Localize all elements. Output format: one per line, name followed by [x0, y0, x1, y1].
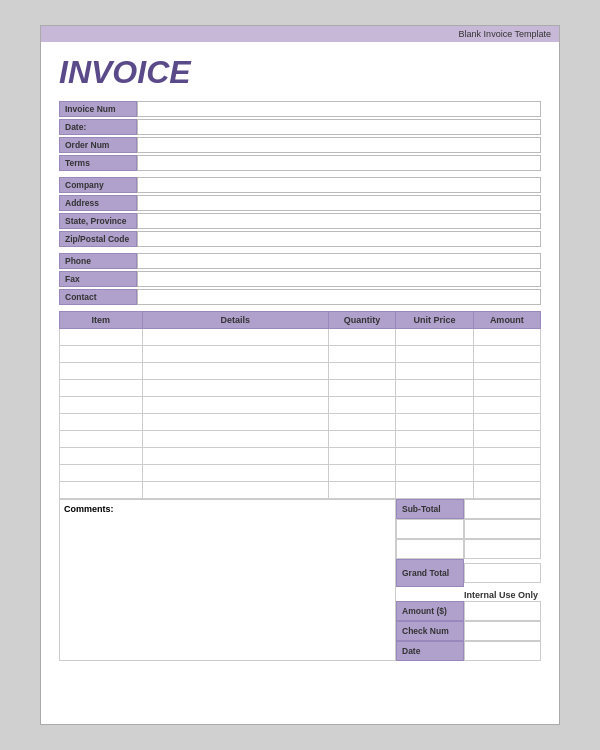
totals-blank-value-2[interactable] — [464, 539, 541, 559]
table-cell[interactable] — [142, 465, 328, 482]
totals-blank-label-1 — [396, 519, 464, 539]
table-cell[interactable] — [473, 448, 540, 465]
table-cell[interactable] — [328, 431, 395, 448]
table-cell[interactable] — [473, 397, 540, 414]
contact-input[interactable] — [137, 289, 541, 305]
fax-input[interactable] — [137, 271, 541, 287]
col-header-amount: Amount — [473, 312, 540, 329]
table-cell[interactable] — [396, 448, 474, 465]
table-cell[interactable] — [396, 431, 474, 448]
table-cell[interactable] — [328, 329, 395, 346]
amount-value[interactable] — [464, 601, 541, 621]
table-cell[interactable] — [473, 346, 540, 363]
table-cell[interactable] — [142, 380, 328, 397]
table-cell[interactable] — [142, 482, 328, 499]
table-row — [60, 397, 541, 414]
company-input[interactable] — [137, 177, 541, 193]
table-cell[interactable] — [473, 414, 540, 431]
table-cell[interactable] — [142, 448, 328, 465]
check-num-row: Check Num — [396, 621, 541, 641]
table-cell[interactable] — [328, 397, 395, 414]
table-cell[interactable] — [396, 482, 474, 499]
table-cell[interactable] — [60, 329, 143, 346]
table-cell[interactable] — [328, 448, 395, 465]
totals-date-label: Date — [396, 641, 464, 661]
table-row — [60, 482, 541, 499]
order-num-row: Order Num — [59, 137, 541, 153]
table-cell[interactable] — [328, 414, 395, 431]
company-label: Company — [59, 177, 137, 193]
top-bar: Blank Invoice Template — [41, 26, 559, 42]
table-cell[interactable] — [396, 465, 474, 482]
table-cell[interactable] — [328, 482, 395, 499]
table-cell[interactable] — [60, 346, 143, 363]
order-num-input[interactable] — [137, 137, 541, 153]
table-cell[interactable] — [328, 380, 395, 397]
amount-row: Amount ($) — [396, 601, 541, 621]
totals-blank-label-2 — [396, 539, 464, 559]
table-cell[interactable] — [473, 431, 540, 448]
table-row — [60, 465, 541, 482]
phone-label: Phone — [59, 253, 137, 269]
table-row — [60, 380, 541, 397]
table-cell[interactable] — [60, 431, 143, 448]
contact-section: Phone Fax Contact — [59, 253, 541, 305]
table-cell[interactable] — [473, 380, 540, 397]
invoice-num-input[interactable] — [137, 101, 541, 117]
check-num-value[interactable] — [464, 621, 541, 641]
table-cell[interactable] — [473, 465, 540, 482]
table-cell[interactable] — [142, 431, 328, 448]
order-num-label: Order Num — [59, 137, 137, 153]
invoice-num-label: Invoice Num — [59, 101, 137, 117]
address-input[interactable] — [137, 195, 541, 211]
table-cell[interactable] — [60, 414, 143, 431]
check-num-label: Check Num — [396, 621, 464, 641]
table-cell[interactable] — [396, 329, 474, 346]
table-cell[interactable] — [396, 414, 474, 431]
zip-postal-label: Zip/Postal Code — [59, 231, 137, 247]
table-cell[interactable] — [142, 414, 328, 431]
table-cell[interactable] — [328, 363, 395, 380]
totals-date-value[interactable] — [464, 641, 541, 661]
table-cell[interactable] — [142, 397, 328, 414]
table-cell[interactable] — [473, 482, 540, 499]
company-row: Company — [59, 177, 541, 193]
address-label: Address — [59, 195, 137, 211]
table-cell[interactable] — [396, 363, 474, 380]
table-cell[interactable] — [142, 363, 328, 380]
table-cell[interactable] — [60, 482, 143, 499]
table-cell[interactable] — [60, 397, 143, 414]
state-province-input[interactable] — [137, 213, 541, 229]
table-cell[interactable] — [396, 380, 474, 397]
table-row — [60, 431, 541, 448]
table-cell[interactable] — [396, 397, 474, 414]
table-cell[interactable] — [473, 363, 540, 380]
company-section: Company Address State, Province Zip/Post… — [59, 177, 541, 247]
sub-total-value[interactable] — [464, 499, 541, 519]
date-input[interactable] — [137, 119, 541, 135]
grand-total-label: Grand Total — [396, 559, 464, 587]
contact-row: Contact — [59, 289, 541, 305]
table-cell[interactable] — [473, 329, 540, 346]
table-cell[interactable] — [60, 380, 143, 397]
zip-postal-input[interactable] — [137, 231, 541, 247]
phone-input[interactable] — [137, 253, 541, 269]
invoice-num-row: Invoice Num — [59, 101, 541, 117]
table-row — [60, 448, 541, 465]
table-cell[interactable] — [60, 448, 143, 465]
table-cell[interactable] — [328, 346, 395, 363]
totals-date-row: Date — [396, 641, 541, 661]
table-cell[interactable] — [396, 346, 474, 363]
table-cell[interactable] — [328, 465, 395, 482]
table-cell[interactable] — [60, 363, 143, 380]
table-row — [60, 414, 541, 431]
table-cell[interactable] — [142, 346, 328, 363]
table-cell[interactable] — [142, 329, 328, 346]
address-row: Address — [59, 195, 541, 211]
totals-blank-value-1[interactable] — [464, 519, 541, 539]
table-cell[interactable] — [60, 465, 143, 482]
comments-label: Comments: — [64, 504, 114, 514]
terms-input[interactable] — [137, 155, 541, 171]
grand-total-value[interactable] — [464, 563, 541, 583]
table-row — [60, 329, 541, 346]
